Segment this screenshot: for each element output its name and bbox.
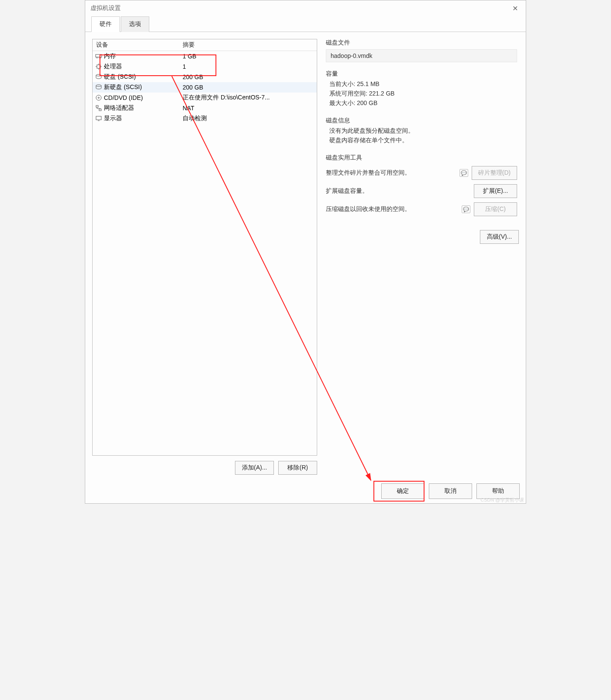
expand-button[interactable]: 扩展(E)...: [474, 184, 517, 198]
left-buttons: 添加(A)... 移除(R): [92, 456, 317, 475]
svg-point-11: [96, 85, 101, 86]
device-label: 网络适配器: [104, 104, 134, 112]
device-summary: 1: [179, 63, 317, 70]
device-summary: 自动检测: [179, 115, 317, 122]
device-label: 新硬盘 (SCSI): [104, 83, 142, 91]
vm-settings-window: 虚拟机设置 ✕ 硬件 选项 设备 摘要 内存 1: [85, 0, 526, 504]
expand-row: 扩展磁盘容量。 扩展(E)...: [326, 184, 517, 198]
tab-hardware[interactable]: 硬件: [91, 16, 120, 32]
svg-point-13: [98, 97, 100, 99]
device-label: 内存: [104, 52, 116, 60]
device-row-cd-dvd[interactable]: CD/DVD (IDE) 正在使用文件 D:\iso\CentOS-7...: [93, 93, 317, 103]
disk-file-label: 磁盘文件: [326, 39, 517, 47]
close-icon[interactable]: ✕: [510, 3, 521, 14]
advanced-button[interactable]: 高级(V)...: [480, 230, 519, 244]
tip-icon[interactable]: 💬: [462, 205, 470, 213]
content-area: 设备 摘要 内存 1 GB: [85, 32, 526, 482]
current-size: 当前大小: 25.1 MB: [329, 80, 517, 88]
left-panel: 设备 摘要 内存 1 GB: [92, 39, 317, 475]
title-bar: 虚拟机设置 ✕: [85, 0, 526, 16]
network-icon: [95, 105, 102, 112]
device-summary: 200 GB: [179, 84, 317, 91]
svg-rect-16: [96, 116, 101, 120]
disk-info-group: 磁盘信息 没有为此硬盘预分配磁盘空间。 硬盘内容存储在单个文件中。: [324, 117, 519, 149]
svg-point-10: [96, 74, 101, 76]
compact-button: 压缩(C): [474, 202, 517, 216]
disk-file-field[interactable]: hadoop-0.vmdk: [326, 49, 517, 62]
svg-rect-5: [97, 65, 100, 68]
disk-info-line2: 硬盘内容存储在单个文件中。: [329, 137, 517, 144]
device-row-memory[interactable]: 内存 1 GB: [93, 51, 317, 61]
cancel-button[interactable]: 取消: [429, 483, 472, 499]
tab-options[interactable]: 选项: [121, 16, 149, 32]
watermark: CSDN @李昊哲小课: [481, 497, 524, 503]
disk-file-group: 磁盘文件 hadoop-0.vmdk: [324, 39, 519, 65]
svg-rect-14: [96, 105, 98, 107]
header-device: 设备: [93, 39, 179, 51]
device-label: CD/DVD (IDE): [104, 94, 143, 101]
compact-desc: 压缩磁盘以回收未使用的空间。: [326, 205, 458, 213]
device-list-header: 设备 摘要: [93, 39, 317, 51]
device-list: 设备 摘要 内存 1 GB: [92, 39, 317, 456]
cpu-icon: [95, 63, 102, 70]
capacity-label: 容量: [326, 70, 517, 78]
disk-info-line1: 没有为此硬盘预分配磁盘空间。: [329, 127, 517, 135]
header-summary: 摘要: [179, 39, 317, 51]
add-button[interactable]: 添加(A)...: [235, 461, 274, 475]
device-row-network[interactable]: 网络适配器 NAT: [93, 103, 317, 113]
device-row-cpu[interactable]: 处理器 1: [93, 61, 317, 72]
device-summary: 1 GB: [179, 53, 317, 60]
device-summary: NAT: [179, 105, 317, 112]
device-row-disk-scsi[interactable]: 硬盘 (SCSI) 200 GB: [93, 72, 317, 82]
capacity-group: 容量 当前大小: 25.1 MB 系统可用空间: 221.2 GB 最大大小: …: [324, 70, 519, 112]
defrag-button: 碎片整理(D): [472, 166, 517, 180]
device-label: 硬盘 (SCSI): [104, 73, 136, 81]
defrag-row: 整理文件碎片并整合可用空间。 💬 碎片整理(D): [326, 166, 517, 180]
device-label: 显示器: [104, 115, 122, 122]
device-label: 处理器: [104, 63, 122, 70]
window-title: 虚拟机设置: [90, 4, 510, 12]
memory-icon: [95, 53, 102, 60]
tab-bar: 硬件 选项: [85, 16, 526, 32]
device-summary: 正在使用文件 D:\iso\CentOS-7...: [179, 94, 317, 102]
disk-icon: [95, 74, 102, 80]
cd-icon: [95, 94, 102, 101]
disk-tools-group: 磁盘实用工具 整理文件碎片并整合可用空间。 💬 碎片整理(D) 扩展磁盘容量。 …: [324, 154, 519, 223]
max-size: 最大大小: 200 GB: [329, 99, 517, 107]
defrag-desc: 整理文件碎片并整合可用空间。: [326, 169, 456, 177]
disk-icon: [95, 84, 102, 91]
ok-button[interactable]: 确定: [381, 483, 424, 499]
display-icon: [95, 115, 102, 122]
expand-desc: 扩展磁盘容量。: [326, 187, 470, 195]
compact-row: 压缩磁盘以回收未使用的空间。 💬 压缩(C): [326, 202, 517, 216]
advanced-row: 高级(V)...: [324, 230, 519, 244]
disk-info-label: 磁盘信息: [326, 117, 517, 125]
svg-rect-15: [99, 109, 101, 111]
tip-icon[interactable]: 💬: [460, 169, 468, 177]
device-row-display[interactable]: 显示器 自动检测: [93, 113, 317, 124]
svg-point-12: [96, 95, 101, 100]
device-summary: 200 GB: [179, 74, 317, 80]
svg-rect-0: [96, 54, 102, 57]
free-space: 系统可用空间: 221.2 GB: [329, 90, 517, 98]
device-row-new-disk-scsi[interactable]: 新硬盘 (SCSI) 200 GB: [93, 82, 317, 93]
right-panel: 磁盘文件 hadoop-0.vmdk 容量 当前大小: 25.1 MB 系统可用…: [324, 39, 519, 475]
remove-button[interactable]: 移除(R): [278, 461, 317, 475]
disk-tools-label: 磁盘实用工具: [326, 154, 517, 162]
